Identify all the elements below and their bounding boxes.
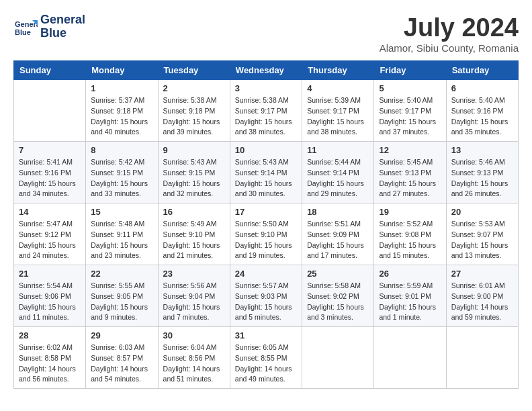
day-info: Sunrise: 5:44 AMSunset: 9:14 PMDaylight:… xyxy=(307,157,369,199)
day-cell: 18Sunrise: 5:51 AMSunset: 9:09 PMDayligh… xyxy=(302,203,374,265)
day-cell: 13Sunrise: 5:46 AMSunset: 9:13 PMDayligh… xyxy=(446,142,518,203)
day-number: 16 xyxy=(163,207,225,217)
day-number: 19 xyxy=(379,207,441,217)
day-cell: 19Sunrise: 5:52 AMSunset: 9:08 PMDayligh… xyxy=(374,203,446,265)
day-number: 28 xyxy=(19,330,81,340)
day-number: 11 xyxy=(307,145,369,155)
day-info: Sunrise: 5:43 AMSunset: 9:15 PMDaylight:… xyxy=(163,157,225,199)
day-number: 17 xyxy=(235,207,297,217)
logo: General Blue General Blue xyxy=(13,13,85,40)
day-number: 14 xyxy=(19,207,81,217)
column-header-sunday: Sunday xyxy=(14,61,86,80)
day-cell: 25Sunrise: 5:58 AMSunset: 9:02 PMDayligh… xyxy=(302,265,374,327)
location: Alamor, Sibiu County, Romania xyxy=(380,42,519,54)
day-info: Sunrise: 5:40 AMSunset: 9:17 PMDaylight:… xyxy=(379,95,441,138)
day-info: Sunrise: 5:55 AMSunset: 9:05 PMDaylight:… xyxy=(91,281,152,323)
day-number: 5 xyxy=(379,83,441,93)
day-info: Sunrise: 5:46 AMSunset: 9:13 PMDaylight:… xyxy=(451,157,513,199)
day-number: 9 xyxy=(163,145,225,155)
title-block: July 2024 Alamor, Sibiu County, Romania xyxy=(380,13,519,54)
day-number: 1 xyxy=(91,83,152,93)
day-number: 20 xyxy=(451,207,513,217)
day-info: Sunrise: 5:53 AMSunset: 9:07 PMDaylight:… xyxy=(451,219,513,261)
day-cell: 24Sunrise: 5:57 AMSunset: 9:03 PMDayligh… xyxy=(230,265,302,327)
day-number: 18 xyxy=(307,207,369,217)
day-cell: 21Sunrise: 5:54 AMSunset: 9:06 PMDayligh… xyxy=(14,265,86,327)
day-cell: 29Sunrise: 6:03 AMSunset: 8:57 PMDayligh… xyxy=(86,327,158,389)
day-number: 3 xyxy=(235,83,297,93)
day-number: 23 xyxy=(163,269,225,279)
day-cell: 7Sunrise: 5:41 AMSunset: 9:16 PMDaylight… xyxy=(14,142,86,203)
day-number: 27 xyxy=(451,269,513,279)
day-cell: 20Sunrise: 5:53 AMSunset: 9:07 PMDayligh… xyxy=(446,203,518,265)
page-header: General Blue General Blue July 2024 Alam… xyxy=(13,13,519,54)
day-cell: 9Sunrise: 5:43 AMSunset: 9:15 PMDaylight… xyxy=(158,142,230,203)
logo-icon: General Blue xyxy=(13,15,38,39)
day-number: 6 xyxy=(451,83,513,93)
day-number: 30 xyxy=(163,330,225,340)
day-cell: 16Sunrise: 5:49 AMSunset: 9:10 PMDayligh… xyxy=(158,203,230,265)
day-cell xyxy=(374,327,446,389)
day-info: Sunrise: 5:48 AMSunset: 9:11 PMDaylight:… xyxy=(91,219,152,261)
day-info: Sunrise: 5:47 AMSunset: 9:12 PMDaylight:… xyxy=(19,219,81,261)
day-cell: 28Sunrise: 6:02 AMSunset: 8:58 PMDayligh… xyxy=(14,327,86,389)
day-info: Sunrise: 6:01 AMSunset: 9:00 PMDaylight:… xyxy=(451,281,513,323)
day-cell: 23Sunrise: 5:56 AMSunset: 9:04 PMDayligh… xyxy=(158,265,230,327)
day-cell: 5Sunrise: 5:40 AMSunset: 9:17 PMDaylight… xyxy=(374,80,446,142)
calendar-table: SundayMondayTuesdayWednesdayThursdayFrid… xyxy=(13,60,519,389)
day-info: Sunrise: 5:50 AMSunset: 9:10 PMDaylight:… xyxy=(235,219,297,261)
column-header-thursday: Thursday xyxy=(302,61,374,80)
day-cell: 15Sunrise: 5:48 AMSunset: 9:11 PMDayligh… xyxy=(86,203,158,265)
day-number: 4 xyxy=(307,83,369,93)
column-header-friday: Friday xyxy=(374,61,446,80)
logo-text-line2: Blue xyxy=(40,27,85,40)
day-info: Sunrise: 5:51 AMSunset: 9:09 PMDaylight:… xyxy=(307,219,369,261)
day-number: 8 xyxy=(91,145,152,155)
day-cell: 26Sunrise: 5:59 AMSunset: 9:01 PMDayligh… xyxy=(374,265,446,327)
day-info: Sunrise: 5:40 AMSunset: 9:16 PMDaylight:… xyxy=(451,95,513,138)
day-info: Sunrise: 5:54 AMSunset: 9:06 PMDaylight:… xyxy=(19,281,81,323)
day-cell xyxy=(14,80,86,142)
day-number: 25 xyxy=(307,269,369,279)
day-info: Sunrise: 6:02 AMSunset: 8:58 PMDaylight:… xyxy=(19,342,81,385)
day-cell: 3Sunrise: 5:38 AMSunset: 9:17 PMDaylight… xyxy=(230,80,302,142)
day-info: Sunrise: 5:56 AMSunset: 9:04 PMDaylight:… xyxy=(163,281,225,323)
week-row-3: 14Sunrise: 5:47 AMSunset: 9:12 PMDayligh… xyxy=(14,203,519,265)
day-number: 10 xyxy=(235,145,297,155)
column-header-tuesday: Tuesday xyxy=(158,61,230,80)
header-row: SundayMondayTuesdayWednesdayThursdayFrid… xyxy=(14,61,519,80)
day-info: Sunrise: 5:38 AMSunset: 9:17 PMDaylight:… xyxy=(235,95,297,138)
day-number: 12 xyxy=(379,145,441,155)
day-info: Sunrise: 6:03 AMSunset: 8:57 PMDaylight:… xyxy=(91,342,152,385)
day-info: Sunrise: 5:38 AMSunset: 9:18 PMDaylight:… xyxy=(163,95,225,138)
week-row-1: 1Sunrise: 5:37 AMSunset: 9:18 PMDaylight… xyxy=(14,80,519,142)
day-cell: 1Sunrise: 5:37 AMSunset: 9:18 PMDaylight… xyxy=(86,80,158,142)
day-info: Sunrise: 5:39 AMSunset: 9:17 PMDaylight:… xyxy=(307,95,369,138)
day-cell: 4Sunrise: 5:39 AMSunset: 9:17 PMDaylight… xyxy=(302,80,374,142)
day-cell: 30Sunrise: 6:04 AMSunset: 8:56 PMDayligh… xyxy=(158,327,230,389)
day-number: 15 xyxy=(91,207,152,217)
day-info: Sunrise: 5:43 AMSunset: 9:14 PMDaylight:… xyxy=(235,157,297,199)
day-cell: 8Sunrise: 5:42 AMSunset: 9:15 PMDaylight… xyxy=(86,142,158,203)
svg-text:Blue: Blue xyxy=(15,28,31,36)
day-cell xyxy=(446,327,518,389)
week-row-2: 7Sunrise: 5:41 AMSunset: 9:16 PMDaylight… xyxy=(14,142,519,203)
day-info: Sunrise: 5:59 AMSunset: 9:01 PMDaylight:… xyxy=(379,281,441,323)
day-info: Sunrise: 5:37 AMSunset: 9:18 PMDaylight:… xyxy=(91,95,152,138)
day-number: 7 xyxy=(19,145,81,155)
day-number: 22 xyxy=(91,269,152,279)
day-cell: 11Sunrise: 5:44 AMSunset: 9:14 PMDayligh… xyxy=(302,142,374,203)
day-number: 13 xyxy=(451,145,513,155)
day-cell: 27Sunrise: 6:01 AMSunset: 9:00 PMDayligh… xyxy=(446,265,518,327)
day-number: 29 xyxy=(91,330,152,340)
day-cell: 6Sunrise: 5:40 AMSunset: 9:16 PMDaylight… xyxy=(446,80,518,142)
day-cell: 31Sunrise: 6:05 AMSunset: 8:55 PMDayligh… xyxy=(230,327,302,389)
day-cell: 14Sunrise: 5:47 AMSunset: 9:12 PMDayligh… xyxy=(14,203,86,265)
column-header-monday: Monday xyxy=(86,61,158,80)
day-cell xyxy=(302,327,374,389)
day-info: Sunrise: 5:58 AMSunset: 9:02 PMDaylight:… xyxy=(307,281,369,323)
day-cell: 22Sunrise: 5:55 AMSunset: 9:05 PMDayligh… xyxy=(86,265,158,327)
day-info: Sunrise: 6:04 AMSunset: 8:56 PMDaylight:… xyxy=(163,342,225,385)
day-cell: 10Sunrise: 5:43 AMSunset: 9:14 PMDayligh… xyxy=(230,142,302,203)
day-number: 2 xyxy=(163,83,225,93)
